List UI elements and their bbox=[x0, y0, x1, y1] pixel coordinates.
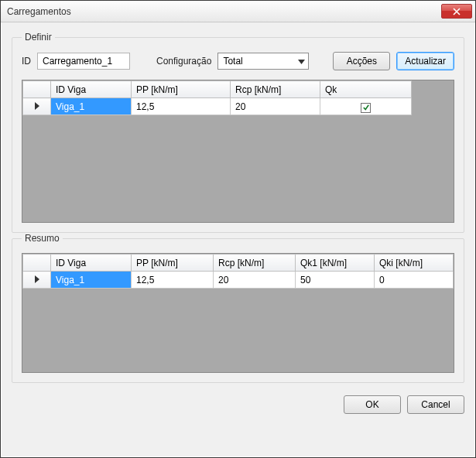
config-select[interactable]: Total bbox=[217, 53, 309, 70]
resumo-legend: Resumo bbox=[22, 233, 63, 244]
cell-pp[interactable]: 12,5 bbox=[132, 98, 231, 115]
qk-checkbox[interactable] bbox=[361, 103, 371, 113]
dialog-footer: OK Cancel bbox=[12, 395, 464, 414]
actualizar-button[interactable]: Actualizar bbox=[396, 52, 454, 70]
definir-table: ID Viga PP [kN/m] Rcp [kN/m] Qk Viga_1 1… bbox=[22, 80, 412, 115]
window-title: Carregamentos bbox=[7, 6, 441, 17]
col-qk1[interactable]: Qk1 [kN/m] bbox=[296, 255, 375, 272]
row-indicator-icon bbox=[35, 275, 39, 283]
col-pp[interactable]: PP [kN/m] bbox=[132, 255, 214, 272]
chevron-down-icon bbox=[298, 56, 305, 67]
id-label: ID bbox=[22, 56, 31, 67]
col-rcp[interactable]: Rcp [kN/m] bbox=[214, 255, 296, 272]
svg-marker-0 bbox=[298, 60, 305, 64]
resumo-group: Resumo ID Viga PP [kN/m] Rcp [kN/m] Qk1 … bbox=[12, 233, 464, 383]
definir-legend: Definir bbox=[22, 32, 55, 43]
col-qki[interactable]: Qki [kN/m] bbox=[375, 255, 454, 272]
cell-qki[interactable]: 0 bbox=[375, 272, 454, 289]
row-indicator-icon bbox=[35, 102, 39, 110]
row-header-corner bbox=[23, 255, 51, 272]
ok-button[interactable]: OK bbox=[344, 395, 401, 414]
table-header-row: ID Viga PP [kN/m] Rcp [kN/m] Qk bbox=[23, 81, 412, 98]
cell-id-viga[interactable]: Viga_1 bbox=[51, 98, 132, 115]
col-id-viga[interactable]: ID Viga bbox=[51, 255, 132, 272]
cell-rcp[interactable]: 20 bbox=[214, 272, 296, 289]
table-row[interactable]: Viga_1 12,5 20 bbox=[23, 98, 412, 115]
resumo-grid[interactable]: ID Viga PP [kN/m] Rcp [kN/m] Qk1 [kN/m] … bbox=[22, 253, 454, 373]
cancel-button[interactable]: Cancel bbox=[407, 395, 464, 414]
col-rcp[interactable]: Rcp [kN/m] bbox=[231, 81, 320, 98]
config-label: Configuração bbox=[156, 56, 211, 67]
close-icon bbox=[453, 8, 461, 15]
table-header-row: ID Viga PP [kN/m] Rcp [kN/m] Qk1 [kN/m] … bbox=[23, 255, 454, 272]
col-qk[interactable]: Qk bbox=[320, 81, 412, 98]
cell-id-viga[interactable]: Viga_1 bbox=[51, 272, 132, 289]
id-input[interactable] bbox=[37, 53, 130, 70]
dialog-window: Carregamentos Definir ID Configuração To… bbox=[0, 0, 476, 458]
titlebar: Carregamentos bbox=[1, 1, 475, 22]
col-id-viga[interactable]: ID Viga bbox=[51, 81, 132, 98]
col-pp[interactable]: PP [kN/m] bbox=[132, 81, 231, 98]
definir-controls-row: ID Configuração Total Acções Actualizar bbox=[22, 52, 454, 70]
resumo-table: ID Viga PP [kN/m] Rcp [kN/m] Qk1 [kN/m] … bbox=[22, 254, 454, 289]
row-header-corner bbox=[23, 81, 51, 98]
row-indicator bbox=[23, 98, 51, 115]
config-select-value: Total bbox=[223, 56, 242, 67]
table-row[interactable]: Viga_1 12,5 20 50 0 bbox=[23, 272, 454, 289]
close-button[interactable] bbox=[441, 4, 472, 19]
cell-rcp[interactable]: 20 bbox=[231, 98, 320, 115]
row-indicator bbox=[23, 272, 51, 289]
cell-pp[interactable]: 12,5 bbox=[132, 272, 214, 289]
dialog-client: Definir ID Configuração Total Acções Act… bbox=[1, 22, 475, 457]
definir-grid[interactable]: ID Viga PP [kN/m] Rcp [kN/m] Qk Viga_1 1… bbox=[22, 80, 454, 223]
cell-qk[interactable] bbox=[320, 98, 412, 115]
accoes-button[interactable]: Acções bbox=[333, 52, 390, 70]
definir-group: Definir ID Configuração Total Acções Act… bbox=[12, 32, 464, 233]
cell-qk1[interactable]: 50 bbox=[296, 272, 375, 289]
